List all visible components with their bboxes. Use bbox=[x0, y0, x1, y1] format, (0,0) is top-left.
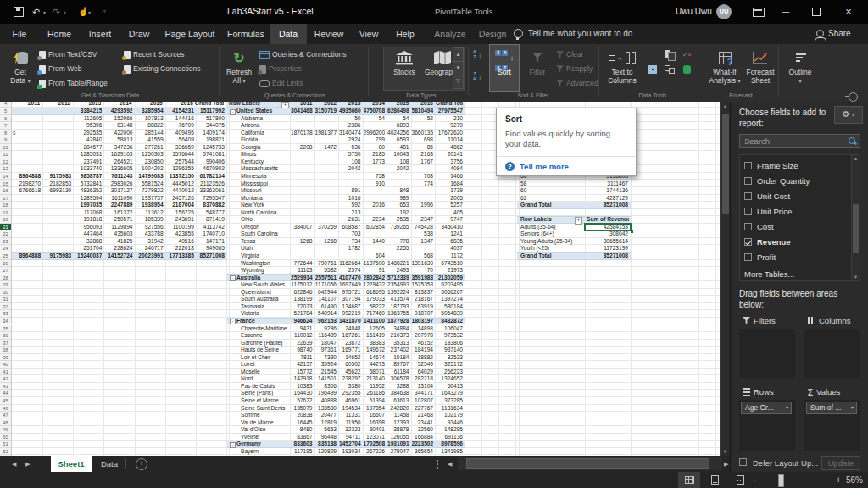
cell[interactable]: 57622 bbox=[291, 397, 313, 405]
cell[interactable]: 9279 bbox=[436, 122, 463, 130]
cell[interactable]: 7811 bbox=[291, 354, 313, 362]
cell[interactable]: 16607 bbox=[364, 412, 386, 419]
cell[interactable]: 2016 bbox=[412, 102, 434, 108]
cell[interactable]: Charente-Maritime bbox=[241, 325, 290, 333]
cell[interactable]: 2234 bbox=[364, 216, 386, 224]
cell[interactable]: 7611243 bbox=[104, 173, 132, 180]
cell[interactable]: 246717 bbox=[136, 245, 164, 252]
cell[interactable]: 96448 bbox=[315, 434, 337, 441]
cell[interactable]: 46961 bbox=[339, 397, 361, 405]
scroll-down-icon[interactable]: ▼ bbox=[852, 274, 860, 280]
cell[interactable]: 3285954 bbox=[136, 108, 164, 115]
tab-file[interactable]: File bbox=[0, 24, 39, 44]
cell[interactable]: 218167 bbox=[412, 296, 434, 303]
cell[interactable]: 21545 bbox=[315, 369, 337, 376]
cell[interactable]: 373285 bbox=[436, 397, 463, 405]
row-header[interactable]: 11 bbox=[0, 151, 12, 158]
cell[interactable]: 7295547 bbox=[197, 195, 225, 202]
cell[interactable]: 1472 bbox=[315, 144, 337, 152]
cell[interactable]: 3017127 bbox=[104, 187, 132, 195]
cell[interactable]: 85271008 bbox=[197, 252, 225, 260]
cell[interactable]: Utah bbox=[241, 245, 290, 252]
cell[interactable]: 261186 bbox=[364, 390, 386, 397]
cell[interactable]: 8306 bbox=[315, 383, 337, 391]
field-list-scrollbar[interactable]: ▲ ▼ bbox=[851, 155, 860, 280]
row-header[interactable]: 24 bbox=[0, 245, 12, 252]
cell[interactable]: 192 bbox=[387, 209, 409, 217]
cell[interactable]: 40888 bbox=[315, 397, 337, 405]
cell[interactable]: 1004202 bbox=[136, 165, 164, 173]
cell[interactable]: 95396 bbox=[74, 122, 102, 130]
cell[interactable]: 102807 bbox=[412, 397, 434, 405]
cell[interactable]: 1268 bbox=[315, 238, 337, 246]
field-item-unit-cost[interactable]: Unit Cost bbox=[740, 189, 850, 204]
text-to-columns-button[interactable]: → Text to Columns bbox=[604, 45, 641, 91]
cell[interactable]: 2182853 bbox=[43, 180, 71, 188]
cell[interactable]: 4154231 bbox=[166, 108, 194, 115]
new-sheet-button[interactable]: + bbox=[136, 458, 147, 470]
cell[interactable]: 264521 bbox=[104, 158, 132, 166]
cell[interactable]: 3384215 bbox=[74, 108, 102, 115]
sheet-tab-data[interactable]: Data bbox=[93, 456, 125, 472]
cell[interactable]: 2386 bbox=[339, 122, 361, 130]
cell[interactable]: 8432872 bbox=[436, 318, 463, 325]
cell[interactable]: 120829 bbox=[315, 448, 337, 456]
vertical-scrollbar[interactable]: ▲ ▼ bbox=[720, 102, 730, 456]
cell[interactable]: 41559 bbox=[136, 136, 164, 144]
cell[interactable]: 5066267 bbox=[436, 289, 463, 297]
cell[interactable]: 56409 bbox=[166, 136, 194, 144]
cell[interactable]: 4836352 bbox=[74, 187, 102, 195]
cell[interactable]: 653 bbox=[387, 202, 409, 209]
cell[interactable]: 40516 bbox=[166, 238, 194, 246]
cell[interactable]: Kentucky bbox=[241, 158, 290, 166]
cell[interactable]: 89767 bbox=[387, 361, 409, 369]
row-header[interactable]: 6 bbox=[0, 115, 12, 123]
cell[interactable]: 184194 bbox=[412, 347, 434, 354]
cell[interactable]: Loiret bbox=[241, 361, 290, 369]
cell[interactable]: 14674 bbox=[364, 354, 386, 362]
cell[interactable]: 237491 bbox=[74, 158, 102, 166]
cell[interactable]: 325172 bbox=[436, 361, 463, 369]
cell[interactable]: 267226 bbox=[364, 448, 386, 456]
stocks-button[interactable]: Stocks bbox=[385, 45, 424, 91]
cell[interactable]: 144416 bbox=[166, 115, 194, 123]
cell[interactable]: 703 bbox=[339, 230, 361, 238]
cell[interactable]: 210 bbox=[436, 115, 463, 123]
row-header[interactable]: 49 bbox=[0, 426, 12, 434]
fields-pane-tools-button[interactable]: ⚙ ▾ bbox=[834, 106, 863, 124]
row-header[interactable]: 26 bbox=[0, 260, 12, 268]
row-header[interactable]: 50 bbox=[0, 434, 12, 441]
cell[interactable]: 1697649 bbox=[339, 281, 361, 289]
row-header[interactable]: 40 bbox=[0, 361, 12, 369]
what-if-analysis-button[interactable]: What-If Analysis ▾ bbox=[707, 45, 743, 91]
row-header[interactable]: 38 bbox=[0, 347, 12, 354]
cell[interactable]: 52549 bbox=[412, 361, 434, 369]
cell[interactable]: 344075 bbox=[197, 122, 225, 130]
cell[interactable]: Grand Total bbox=[436, 102, 463, 108]
cell[interactable]: 62 bbox=[520, 195, 583, 202]
cell[interactable]: 85271008 bbox=[586, 252, 628, 260]
cell[interactable]: 2012 bbox=[42, 102, 70, 108]
cell[interactable]: 1392224 bbox=[387, 289, 409, 297]
tellme-box[interactable]: Tell me what you want to do bbox=[528, 24, 632, 44]
share-button[interactable]: Share bbox=[828, 24, 851, 44]
cell[interactable]: Mississippi bbox=[241, 180, 290, 188]
row-header[interactable]: 37 bbox=[0, 340, 12, 347]
cell[interactable]: 133580 bbox=[315, 405, 337, 413]
field-checkbox[interactable] bbox=[744, 177, 752, 185]
cell[interactable]: 734 bbox=[339, 238, 361, 246]
cell[interactable]: Minnesota bbox=[241, 173, 290, 180]
cell[interactable]: 11331 bbox=[339, 412, 361, 419]
cell[interactable]: 2011 bbox=[11, 102, 40, 108]
cell[interactable]: 2014 bbox=[103, 102, 131, 108]
cell[interactable]: 2042 bbox=[387, 165, 409, 173]
cell[interactable]: 213 bbox=[339, 209, 361, 217]
cell[interactable]: 1172 bbox=[436, 252, 463, 260]
cell[interactable]: 3111467 bbox=[586, 180, 628, 188]
cell[interactable]: 2223502 bbox=[412, 441, 434, 448]
cell[interactable]: 1431870 bbox=[339, 318, 361, 325]
cell[interactable]: 1870178 bbox=[291, 130, 313, 137]
cell[interactable]: 167261 bbox=[339, 332, 361, 340]
field-item-frame-size[interactable]: Frame Size bbox=[740, 158, 850, 174]
cell[interactable]: 1289594 bbox=[74, 195, 102, 202]
